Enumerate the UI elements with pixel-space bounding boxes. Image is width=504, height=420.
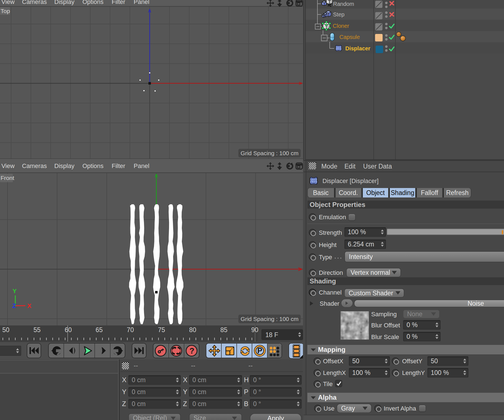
svg-text:Z: Z <box>12 302 16 309</box>
svg-text:P: P <box>257 347 262 355</box>
svg-text:X: X <box>27 302 31 309</box>
svg-text:Y: Y <box>13 288 17 295</box>
